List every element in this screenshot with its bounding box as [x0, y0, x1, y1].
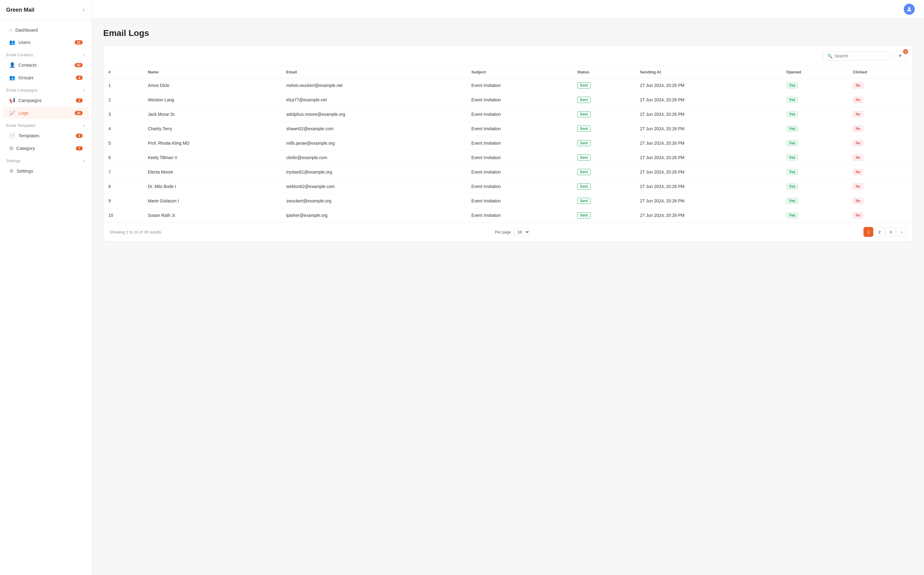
per-page-selector: Per page 10 25 50: [495, 228, 530, 236]
filter-icon: ▼: [898, 53, 902, 58]
cell-opened: Yes: [781, 165, 848, 179]
cell-email: trystan81@example.org: [281, 165, 466, 179]
cell-email: zwuckert@example.org: [281, 194, 466, 208]
filter-count-badge: 0: [903, 49, 908, 54]
filter-button[interactable]: ▼ 0: [894, 51, 907, 61]
cell-clicked: No: [848, 78, 913, 93]
cell-subject: Event Invitation: [467, 208, 572, 223]
sidebar-item-logs[interactable]: 📈 Logs 26: [3, 107, 89, 119]
table-body: 1 Amos Dicki melvin.wuckert@example.net …: [103, 78, 913, 223]
cell-subject: Event Invitation: [467, 93, 572, 107]
category-badge: 7: [76, 146, 83, 151]
section-label: Email Templates: [6, 123, 35, 128]
sidebar-item-category[interactable]: ⊞ Category 7: [3, 142, 89, 154]
col-status: Status: [572, 66, 635, 78]
cell-email: mills.janae@example.org: [281, 136, 466, 151]
cell-status: Sent: [572, 136, 635, 151]
sidebar-item-label: Logs: [18, 110, 29, 116]
sidebar-item-contacts[interactable]: 👤 Contacts 50: [3, 59, 89, 71]
sidebar-item-groups[interactable]: 👥 Groups 4: [3, 71, 89, 84]
table-row: 1 Amos Dicki melvin.wuckert@example.net …: [103, 78, 913, 93]
section-settings[interactable]: Settings ∧: [0, 155, 92, 164]
col-num: #: [103, 66, 143, 78]
table-header-row: # Name Email Subject Status Sending At O…: [103, 66, 913, 78]
cell-num: 1: [103, 78, 143, 93]
search-box: 🔍: [823, 51, 891, 60]
cell-subject: Event Invitation: [467, 107, 572, 122]
templates-badge: 4: [76, 133, 83, 138]
sidebar-header: Green Mail ‹: [0, 0, 92, 20]
cell-clicked: No: [848, 208, 913, 223]
settings-icon: ⚙: [9, 168, 14, 174]
section-email-campaigns[interactable]: Email Campaigns ∧: [0, 84, 92, 94]
home-icon: ⌂: [9, 27, 12, 33]
section-label: Email Contacts: [6, 52, 33, 57]
cell-sending-at: 27 Jun 2024, 20:26 PM: [635, 78, 781, 93]
cell-email: weldon62@example.com: [281, 179, 466, 194]
cell-num: 4: [103, 122, 143, 136]
cell-status: Sent: [572, 122, 635, 136]
cell-subject: Event Invitation: [467, 179, 572, 194]
page-3-button[interactable]: 3: [886, 227, 895, 237]
avatar-button[interactable]: [904, 4, 915, 15]
cell-subject: Event Invitation: [467, 78, 572, 93]
campaigns-badge: 2: [76, 98, 83, 103]
chevron-up-icon: ∧: [83, 159, 86, 163]
cell-sending-at: 27 Jun 2024, 20:26 PM: [635, 165, 781, 179]
sidebar-collapse-button[interactable]: ‹: [81, 6, 86, 14]
table-card: 🔍 ▼ 0 # Name Email Subject Status: [103, 46, 913, 241]
cell-clicked: No: [848, 179, 913, 194]
sidebar-item-campaigns[interactable]: 📢 Campaigns 2: [3, 94, 89, 106]
cell-status: Sent: [572, 165, 635, 179]
cell-clicked: No: [848, 93, 913, 107]
table-row: 2 Winston Lang elza77@example.net Event …: [103, 93, 913, 107]
cell-num: 2: [103, 93, 143, 107]
cell-email: melvin.wuckert@example.net: [281, 78, 466, 93]
sidebar-item-dashboard[interactable]: ⌂ Dashboard: [3, 24, 89, 36]
cell-sending-at: 27 Jun 2024, 20:26 PM: [635, 122, 781, 136]
section-email-templates[interactable]: Email Templates ∧: [0, 119, 92, 129]
page-2-button[interactable]: 2: [875, 227, 884, 237]
cell-subject: Event Invitation: [467, 151, 572, 165]
sidebar-item-label: Templates: [18, 133, 39, 138]
sidebar-item-label: Users: [18, 40, 30, 45]
cell-email: lparker@example.org: [281, 208, 466, 223]
cell-email: adolphus.moore@example.org: [281, 107, 466, 122]
sidebar-item-label: Dashboard: [15, 27, 38, 33]
table-footer: Showing 1 to 10 of 26 results Per page 1…: [103, 222, 913, 241]
cell-sending-at: 27 Jun 2024, 20:26 PM: [635, 179, 781, 194]
category-icon: ⊞: [9, 145, 13, 151]
cell-status: Sent: [572, 151, 635, 165]
col-subject: Subject: [467, 66, 572, 78]
showing-text: Showing 1 to 10 of 26 results: [110, 230, 161, 234]
per-page-label: Per page: [495, 230, 511, 234]
cell-status: Sent: [572, 78, 635, 93]
cell-name: Winston Lang: [143, 93, 281, 107]
search-input[interactable]: [834, 54, 887, 58]
cell-sending-at: 27 Jun 2024, 20:26 PM: [635, 151, 781, 165]
sidebar-item-users[interactable]: 👥 Users 12: [3, 36, 89, 48]
campaigns-icon: 📢: [9, 97, 15, 103]
per-page-select[interactable]: 10 25 50: [514, 228, 530, 236]
cell-email: shawn02@example.com: [281, 122, 466, 136]
users-badge: 12: [75, 40, 83, 44]
col-email: Email: [281, 66, 466, 78]
table-row: 6 Keely Tillman V ckirlin@example.com Ev…: [103, 151, 913, 165]
cell-num: 8: [103, 179, 143, 194]
sidebar-item-settings[interactable]: ⚙ Settings: [3, 165, 89, 177]
section-label: Settings: [6, 159, 21, 163]
top-bar: [92, 0, 924, 18]
chevron-up-icon: ∧: [83, 124, 86, 128]
sidebar: Green Mail ‹ ⌂ Dashboard 👥 Users 12 Emai…: [0, 0, 92, 575]
sidebar-item-label: Settings: [17, 168, 33, 173]
cell-num: 10: [103, 208, 143, 223]
section-label: Email Campaigns: [6, 88, 38, 92]
section-email-contacts[interactable]: Email Contacts ∧: [0, 49, 92, 58]
page-1-button[interactable]: 1: [864, 227, 873, 237]
cell-opened: Yes: [781, 78, 848, 93]
cell-clicked: No: [848, 122, 913, 136]
next-page-button[interactable]: ›: [897, 227, 907, 237]
groups-badge: 4: [76, 76, 83, 80]
cell-status: Sent: [572, 194, 635, 208]
sidebar-item-templates[interactable]: 📄 Templates 4: [3, 130, 89, 141]
